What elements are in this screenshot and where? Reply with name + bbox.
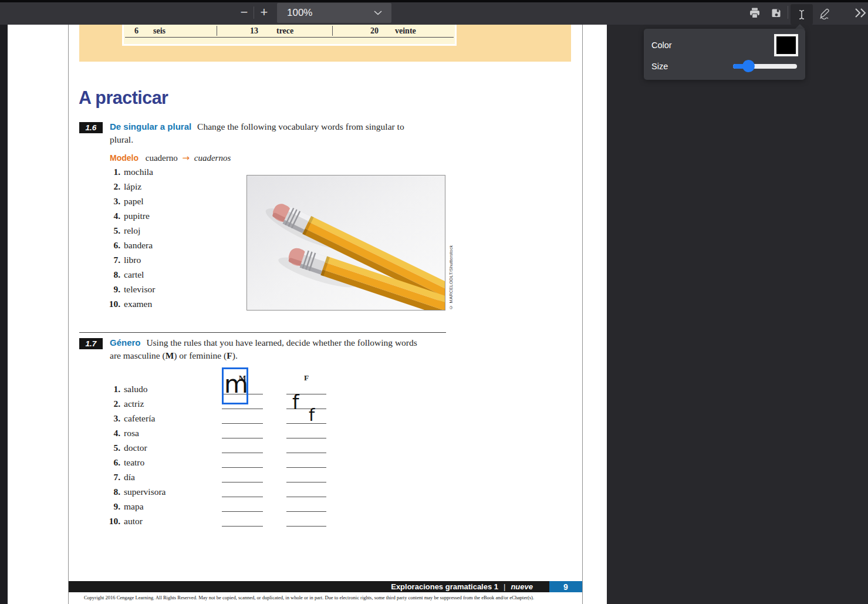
table-number: 20 bbox=[370, 26, 379, 36]
item-number: 6. bbox=[104, 238, 124, 252]
item-word: pupitre bbox=[124, 208, 150, 223]
item-number: 10. bbox=[104, 296, 124, 311]
instruction-fragment: are masculine ( bbox=[110, 350, 166, 360]
item-number: 3. bbox=[104, 411, 124, 426]
item-number: 5. bbox=[104, 440, 124, 455]
copyright-notice: Copyright 2016 Cengage Learning. All Rig… bbox=[69, 595, 549, 601]
pencil-icon bbox=[818, 6, 831, 19]
item-number: 4. bbox=[104, 426, 124, 440]
item-word: televisor bbox=[124, 282, 155, 296]
exercise-number-badge: 1.6 bbox=[79, 122, 103, 133]
table-number: 13 bbox=[250, 26, 258, 36]
item-number: 8. bbox=[104, 484, 124, 499]
answer-blank bbox=[286, 438, 326, 453]
pen-annotation-tool-button[interactable] bbox=[816, 5, 833, 21]
list-item: 4.pupitre bbox=[104, 208, 239, 223]
list-item: 9.televisor bbox=[104, 282, 239, 296]
table-bottom-rule bbox=[125, 37, 454, 38]
arrow-right-icon: → bbox=[180, 153, 192, 163]
next-page-edge bbox=[583, 25, 607, 604]
list-item: 3.papel bbox=[104, 194, 239, 208]
item-number: 8. bbox=[104, 267, 124, 282]
color-label: Color bbox=[651, 41, 672, 50]
item-number: 9. bbox=[104, 499, 124, 514]
item-number: 1. bbox=[104, 164, 124, 179]
zoom-level-dropdown[interactable]: 100% bbox=[277, 3, 391, 23]
vocab-table-band: 6 seis 13 trece 20 veinte bbox=[79, 25, 571, 62]
toolbar-divider bbox=[254, 6, 254, 19]
item-word: saludo bbox=[124, 382, 147, 396]
zoom-in-button[interactable]: + bbox=[256, 5, 272, 20]
item-number: 6. bbox=[104, 455, 124, 470]
annotation-text-f2[interactable]: f bbox=[309, 407, 315, 424]
table-number: 6 bbox=[134, 26, 139, 36]
item-word: actriz bbox=[124, 396, 144, 411]
item-word: teatro bbox=[124, 455, 144, 470]
modelo-example: Modelo cuaderno → cuadernos bbox=[110, 153, 231, 163]
footer-book-title: Exploraciones gramaticales 1 bbox=[391, 582, 498, 591]
table-word: trece bbox=[276, 26, 293, 36]
text-cursor-icon bbox=[795, 8, 808, 21]
exercise-instructions: De singular a plural Change the followin… bbox=[110, 120, 462, 133]
annotation-text-f1[interactable]: f bbox=[292, 393, 299, 412]
feminine-abbrev: F bbox=[227, 350, 232, 360]
list-item: 10.autor bbox=[104, 514, 239, 528]
print-button[interactable] bbox=[746, 5, 764, 21]
item-word: bandera bbox=[124, 238, 153, 252]
section-heading: A practicar bbox=[79, 87, 168, 109]
item-number: 7. bbox=[104, 470, 124, 484]
size-slider[interactable] bbox=[733, 64, 797, 69]
list-item: 6.bandera bbox=[104, 238, 239, 252]
item-word: reloj bbox=[124, 223, 140, 238]
size-label: Size bbox=[651, 62, 668, 71]
item-number: 10. bbox=[104, 514, 124, 528]
item-word: cartel bbox=[124, 267, 144, 282]
answer-blank bbox=[286, 468, 326, 482]
footer-divider: | bbox=[498, 582, 511, 591]
save-icon bbox=[770, 6, 783, 19]
list-item: 7.día bbox=[104, 470, 239, 484]
table-word: veinte bbox=[395, 26, 416, 36]
list-item: 7.libro bbox=[104, 252, 239, 267]
size-slider-thumb[interactable] bbox=[742, 60, 755, 72]
pencils-illustration bbox=[247, 176, 445, 310]
annotation-text-m[interactable]: m bbox=[224, 372, 248, 397]
list-item: 1.saludo bbox=[104, 382, 239, 396]
item-word: mochila bbox=[124, 164, 153, 179]
item-word: cafetería bbox=[124, 411, 155, 426]
item-number: 2. bbox=[104, 396, 124, 411]
list-item: 8.supervisora bbox=[104, 484, 239, 499]
textbook-page: 6 seis 13 trece 20 veinte A practicar 1.… bbox=[69, 25, 582, 604]
answer-blank bbox=[286, 497, 326, 512]
save-button[interactable] bbox=[768, 5, 785, 21]
color-swatch[interactable] bbox=[774, 34, 798, 56]
zoom-out-button[interactable]: − bbox=[237, 5, 252, 20]
toolbar: − + 100% bbox=[0, 0, 868, 25]
instruction-text: plural. bbox=[110, 133, 133, 146]
instruction-fragment: ) or feminine ( bbox=[174, 350, 227, 360]
list-item: 9.mapa bbox=[104, 499, 239, 514]
item-number: 3. bbox=[104, 194, 124, 208]
modelo-singular: cuaderno bbox=[146, 153, 178, 163]
exercise-number-badge: 1.7 bbox=[79, 338, 103, 349]
list-item: 2.lápiz bbox=[104, 179, 239, 194]
more-tools-button[interactable] bbox=[852, 5, 868, 21]
printer-icon bbox=[748, 6, 761, 19]
canvas-left-edge bbox=[0, 25, 8, 604]
page-footer-bar: Exploraciones gramaticales 1 | nueve bbox=[69, 581, 549, 592]
table-column-divider bbox=[217, 26, 217, 36]
item-word: día bbox=[124, 470, 135, 484]
exercise-instructions: Género Using the rules that you have lea… bbox=[110, 336, 474, 349]
list-item: 8.cartel bbox=[104, 267, 239, 282]
text-annotation-tool-button[interactable] bbox=[791, 4, 813, 25]
item-word: rosa bbox=[124, 426, 139, 440]
instruction-text: Change the following vocabulary words fr… bbox=[197, 122, 404, 131]
item-number: 4. bbox=[104, 208, 124, 223]
list-item: 6.teatro bbox=[104, 455, 239, 470]
exercise-title: De singular a plural bbox=[110, 122, 195, 131]
answer-blank bbox=[286, 482, 326, 497]
table-column-divider bbox=[332, 26, 333, 36]
previous-page-edge bbox=[8, 25, 68, 604]
item-word: papel bbox=[124, 194, 144, 208]
item-number: 5. bbox=[104, 223, 124, 238]
